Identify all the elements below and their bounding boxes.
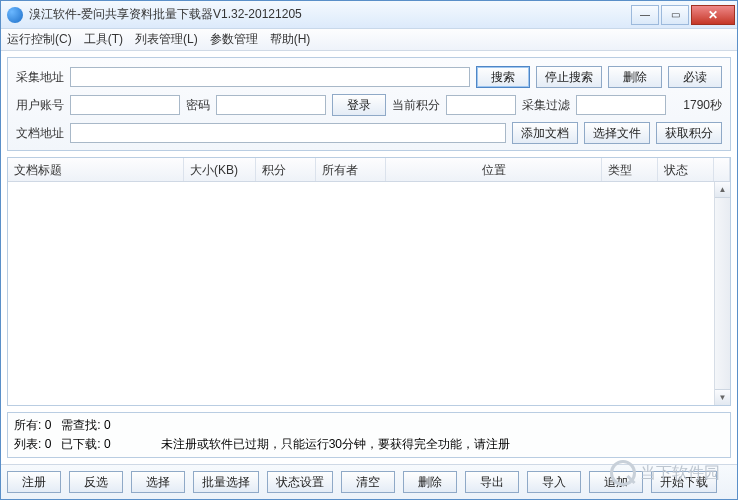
label-current-points: 当前积分 [392,97,440,114]
input-panel: 采集地址 搜索 停止搜索 删除 必读 用户账号 密码 登录 当前积分 采集过滤 … [7,57,731,151]
import-button[interactable]: 导入 [527,471,581,493]
scroll-down-icon[interactable]: ▼ [715,389,730,405]
label-user-account: 用户账号 [16,97,64,114]
window-buttons: — ▭ ✕ [629,5,735,25]
status-all: 所有: 0 [14,417,51,434]
clear-button[interactable]: 清空 [341,471,395,493]
menu-tools[interactable]: 工具(T) [84,31,123,48]
th-status[interactable]: 状态 [658,158,714,181]
input-current-points[interactable] [446,95,516,115]
menu-param-mgmt[interactable]: 参数管理 [210,31,258,48]
window-title: 溴江软件-爱问共享资料批量下载器V1.32-20121205 [29,6,629,23]
minimize-button[interactable]: — [631,5,659,25]
status-need-find: 需查找: 0 [61,417,110,434]
label-doc-url: 文档地址 [16,125,64,142]
start-download-button[interactable]: 开始下载 [651,471,717,493]
th-size[interactable]: 大小(KB) [184,158,256,181]
label-seconds: 1790秒 [683,97,722,114]
status-list: 列表: 0 [14,436,51,453]
batch-select-button[interactable]: 批量选择 [193,471,259,493]
add-doc-button[interactable]: 添加文档 [512,122,578,144]
status-panel: 所有: 0 需查找: 0 列表: 0 已下载: 0 未注册或软件已过期，只能运行… [7,412,731,458]
input-collect-url[interactable] [70,67,470,87]
content-area: 采集地址 搜索 停止搜索 删除 必读 用户账号 密码 登录 当前积分 采集过滤 … [1,51,737,464]
th-title[interactable]: 文档标题 [8,158,184,181]
row-collect-url: 采集地址 搜索 停止搜索 删除 必读 [16,66,722,88]
input-doc-url[interactable] [70,123,506,143]
close-button[interactable]: ✕ [691,5,735,25]
input-password[interactable] [216,95,326,115]
label-collect-filter: 采集过滤 [522,97,570,114]
table-body[interactable]: ▲ ▼ [8,182,730,405]
select-button[interactable]: 选择 [131,471,185,493]
register-button[interactable]: 注册 [7,471,61,493]
status-row-2: 列表: 0 已下载: 0 未注册或软件已过期，只能运行30分钟，要获得完全功能，… [14,436,724,453]
th-points[interactable]: 积分 [256,158,316,181]
label-collect-url: 采集地址 [16,69,64,86]
menu-list-mgmt[interactable]: 列表管理(L) [135,31,198,48]
th-scroll-spacer [714,158,730,181]
input-collect-filter[interactable] [576,95,666,115]
th-location[interactable]: 位置 [386,158,602,181]
menu-help[interactable]: 帮助(H) [270,31,311,48]
vertical-scrollbar[interactable]: ▲ ▼ [714,182,730,405]
status-downloaded: 已下载: 0 [61,436,110,453]
row-account: 用户账号 密码 登录 当前积分 采集过滤 1790秒 [16,94,722,116]
append-button[interactable]: 追加 [589,471,643,493]
search-button[interactable]: 搜索 [476,66,530,88]
titlebar: 溴江软件-爱问共享资料批量下载器V1.32-20121205 — ▭ ✕ [1,1,737,29]
status-row-1: 所有: 0 需查找: 0 [14,417,724,434]
data-table: 文档标题 大小(KB) 积分 所有者 位置 类型 状态 ▲ ▼ [7,157,731,406]
table-header: 文档标题 大小(KB) 积分 所有者 位置 类型 状态 [8,158,730,182]
get-points-button[interactable]: 获取积分 [656,122,722,144]
bottom-toolbar: 注册 反选 选择 批量选择 状态设置 清空 删除 导出 导入 追加 开始下载 [1,464,737,499]
label-password: 密码 [186,97,210,114]
th-owner[interactable]: 所有者 [316,158,386,181]
delete-button[interactable]: 删除 [608,66,662,88]
app-icon [7,7,23,23]
delete2-button[interactable]: 删除 [403,471,457,493]
invert-select-button[interactable]: 反选 [69,471,123,493]
row-doc-url: 文档地址 添加文档 选择文件 获取积分 [16,122,722,144]
app-window: 溴江软件-爱问共享资料批量下载器V1.32-20121205 — ▭ ✕ 运行控… [0,0,738,500]
menu-run-control[interactable]: 运行控制(C) [7,31,72,48]
scroll-up-icon[interactable]: ▲ [715,182,730,198]
choose-file-button[interactable]: 选择文件 [584,122,650,144]
status-settings-button[interactable]: 状态设置 [267,471,333,493]
input-user-account[interactable] [70,95,180,115]
must-read-button[interactable]: 必读 [668,66,722,88]
export-button[interactable]: 导出 [465,471,519,493]
menubar: 运行控制(C) 工具(T) 列表管理(L) 参数管理 帮助(H) [1,29,737,51]
login-button[interactable]: 登录 [332,94,386,116]
stop-search-button[interactable]: 停止搜索 [536,66,602,88]
status-notice: 未注册或软件已过期，只能运行30分钟，要获得完全功能，请注册 [161,436,510,453]
th-type[interactable]: 类型 [602,158,658,181]
maximize-button[interactable]: ▭ [661,5,689,25]
